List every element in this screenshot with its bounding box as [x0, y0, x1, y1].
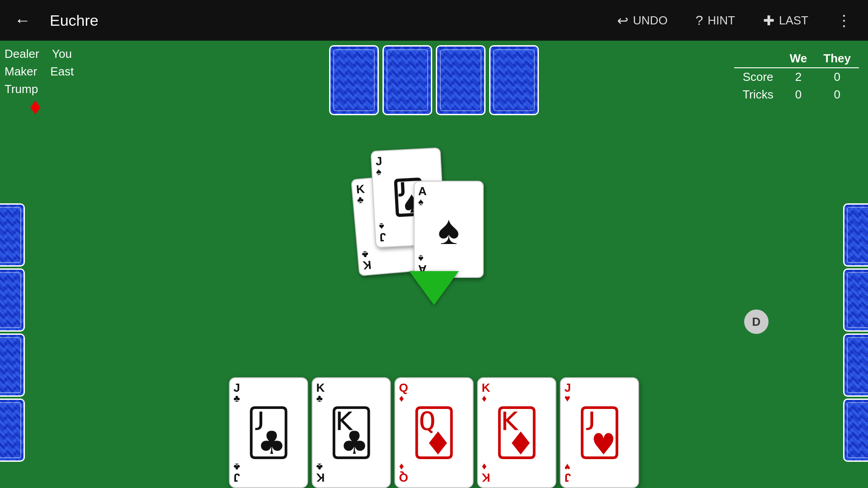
game-area: Dealer You Maker East Trump ♦ We They Sc… — [0, 41, 868, 488]
qd-art: 🃍 — [411, 406, 457, 459]
jc-rank-top: J — [234, 382, 240, 394]
kc-rank-top: K — [316, 382, 325, 394]
east-card-1 — [843, 203, 868, 267]
dealer-label: Dealer — [5, 47, 39, 61]
hint-button[interactable]: ? HINT — [689, 10, 742, 31]
player-hand[interactable]: J ♣ 🃛 J ♣ K ♣ 🃞 — [227, 377, 641, 488]
ace-spades-rank-top: A — [418, 185, 427, 197]
dealer-info: Dealer You — [5, 45, 74, 63]
hand-card-jack-hearts[interactable]: J ♥ 🂻 J ♥ — [560, 377, 639, 488]
played-card-ace-spades: A ♠ ♠ A ♠ — [414, 181, 484, 278]
hint-icon: ? — [696, 13, 703, 28]
jack-spades-suit-top: ♠ — [376, 167, 382, 177]
east-card-3 — [843, 333, 868, 397]
undo-label: UNDO — [633, 14, 668, 28]
king-clubs-suit-top: ♣ — [357, 195, 364, 205]
west-card-4 — [0, 399, 25, 462]
they-score-value: 0 — [815, 68, 859, 86]
north-card-1 — [329, 45, 379, 115]
qd-suit-top: ♦ — [399, 394, 404, 404]
game-info-panel: Dealer You Maker East Trump — [5, 45, 74, 98]
dealer-badge: D — [744, 310, 769, 334]
west-card-3 — [0, 333, 25, 397]
jack-spades-rank-top: J — [375, 155, 382, 167]
hint-label: HINT — [708, 14, 735, 28]
king-clubs-rank-top: K — [356, 183, 365, 196]
score-panel: We They Score 2 0 Tricks 0 0 — [734, 50, 859, 103]
we-header: We — [782, 50, 816, 68]
we-tricks-value: 0 — [782, 86, 816, 103]
kc-art: 🃞 — [328, 406, 374, 459]
kd-rank-top: K — [482, 382, 491, 394]
maker-label: Maker — [5, 65, 37, 78]
kd-suit-top: ♦ — [482, 394, 487, 404]
center-play-area: K ♣ 🂾 K ♣ J ♠ 🂫 J ♠ — [355, 149, 513, 267]
east-label: East — [50, 65, 74, 78]
jc-art: 🃛 — [245, 406, 292, 459]
hand-card-queen-diamonds[interactable]: Q ♦ 🃍 Q ♦ — [395, 377, 474, 488]
north-card-3 — [436, 45, 486, 115]
north-player-cards — [329, 45, 539, 115]
north-card-2 — [382, 45, 432, 115]
kc-suit-top: ♣ — [316, 394, 323, 404]
east-card-2 — [843, 268, 868, 332]
kd-art: 🃎 — [494, 406, 540, 459]
tricks-row-label: Tricks — [734, 86, 781, 103]
east-player-cards — [843, 203, 868, 462]
we-score-value: 2 — [782, 68, 816, 86]
jh-suit-top: ♥ — [565, 394, 571, 404]
they-tricks-value: 0 — [815, 86, 859, 103]
jc-suit-top: ♣ — [234, 394, 240, 404]
jh-art: 🂻 — [576, 406, 623, 459]
hand-card-king-diamonds[interactable]: K ♦ 🃎 K ♦ — [477, 377, 557, 488]
west-player-cards — [0, 203, 25, 462]
north-card-4 — [489, 45, 539, 115]
more-options-button[interactable]: ⋮ — [829, 9, 859, 32]
west-card-2 — [0, 268, 25, 332]
ace-spades-art: ♠ — [438, 207, 460, 253]
game-title: Euchre — [50, 12, 596, 29]
hand-card-king-clubs[interactable]: K ♣ 🃞 K ♣ — [312, 377, 391, 488]
jh-rank-top: J — [565, 382, 571, 394]
trump-suit-symbol: ♦ — [29, 93, 42, 120]
undo-icon: ↩ — [617, 13, 628, 28]
maker-info: Maker East — [5, 63, 74, 80]
undo-button[interactable]: ↩ UNDO — [610, 10, 675, 31]
they-header: They — [815, 50, 859, 68]
last-label: LAST — [779, 14, 808, 28]
west-card-1 — [0, 203, 25, 267]
back-button[interactable]: ← — [9, 7, 36, 33]
score-row-label: Score — [734, 68, 781, 86]
we-column-header — [734, 50, 781, 68]
east-card-4 — [843, 399, 868, 462]
ace-spades-suit-top: ♠ — [418, 197, 424, 207]
hand-card-jack-clubs[interactable]: J ♣ 🃛 J ♣ — [229, 377, 308, 488]
last-icon: ✚ — [763, 13, 774, 28]
top-navigation-bar: ← Euchre ↩ UNDO ? HINT ✚ LAST ⋮ — [0, 0, 868, 41]
last-button[interactable]: ✚ LAST — [756, 10, 816, 31]
qd-rank-top: Q — [399, 382, 408, 394]
you-label: You — [52, 47, 72, 61]
play-direction-arrow — [409, 271, 459, 305]
